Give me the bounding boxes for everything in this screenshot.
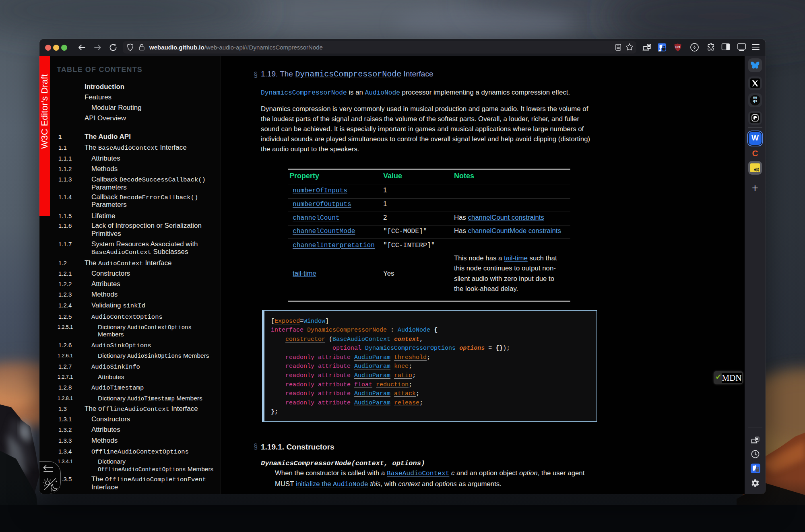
svg-text:uO: uO: [675, 45, 680, 49]
